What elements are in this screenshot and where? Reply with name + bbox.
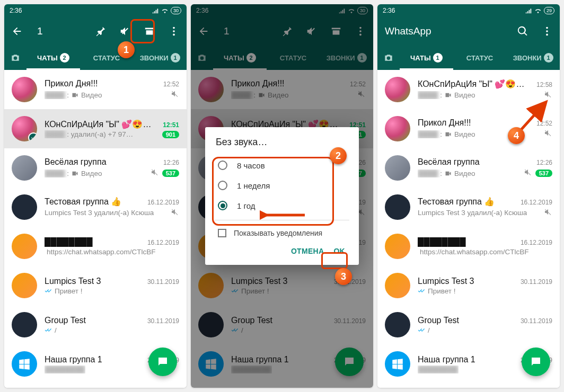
chat-time: 12:51 — [163, 121, 179, 129]
tab-calls[interactable]: ЗВОНКИ1 — [506, 46, 560, 70]
avatar[interactable] — [12, 155, 37, 181]
chat-row[interactable]: Group Test30.11.2019 / — [377, 305, 560, 344]
chat-title: Lumpics Test 3 — [45, 277, 101, 286]
signal-icon — [525, 7, 532, 14]
show-notifications-checkbox[interactable]: Показывать уведомления — [216, 225, 348, 240]
tab-status[interactable]: СТАТУС — [453, 46, 507, 70]
statusbar: 2:36 30 — [4, 4, 187, 17]
chat-meta: 537 — [151, 168, 179, 179]
svg-point-7 — [546, 27, 548, 29]
chat-meta — [171, 90, 179, 100]
new-chat-fab[interactable] — [522, 348, 550, 376]
avatar[interactable] — [12, 116, 37, 141]
tab-calls[interactable]: ЗВОНКИ1 — [133, 46, 187, 70]
chat-snippet: / — [418, 326, 430, 334]
chat-row[interactable]: Lumpics Test 330.11.2019 Привет ! — [4, 266, 187, 305]
tab-chats[interactable]: ЧАТЫ1 — [400, 46, 453, 70]
tab-chats[interactable]: ЧАТЫ2 — [27, 46, 80, 70]
chat-row[interactable]: Тестовая группа 👍16.12.2019Lumpics Test … — [377, 188, 560, 227]
avatar[interactable] — [385, 234, 410, 259]
tabs: ЧАТЫ1 СТАТУС ЗВОНКИ1 — [377, 46, 560, 70]
chat-meta: 537 — [524, 168, 552, 179]
chat-time: 30.11.2019 — [147, 278, 179, 286]
chat-snippet: ████: Видео — [45, 170, 102, 177]
chat-title: Lumpics Test 3 — [418, 277, 474, 286]
svg-point-2 — [173, 34, 175, 36]
chat-snippet: Привет ! — [45, 287, 83, 295]
phone-screen-1: 2:36 30 1 ЧАТЫ2 СТАТУС ЗВОНКИ1 Прикол Дн… — [4, 4, 187, 388]
avatar[interactable] — [12, 351, 37, 377]
signal-icon — [152, 7, 159, 14]
new-chat-fab[interactable] — [148, 348, 177, 376]
chat-time: 12:58 — [536, 81, 552, 88]
chat-snippet: ████: Видео — [418, 170, 475, 177]
chat-row[interactable]: Весёлая группа12:26████: Видео537 — [4, 148, 187, 188]
chat-time: 16.12.2019 — [147, 199, 179, 206]
chat-row[interactable]: Весёлая группа12:26████: Видео537 — [377, 148, 560, 188]
phone-screen-3: 2:36 29 WhatsApp ЧАТЫ1 СТАТУС ЗВОНКИ1 КО… — [377, 4, 560, 388]
chat-title: Group Test — [418, 316, 459, 325]
back-button[interactable] — [8, 23, 25, 40]
avatar[interactable] — [385, 273, 410, 298]
callout-1: 1 — [118, 41, 135, 58]
cancel-button[interactable]: ОТМЕНА — [291, 247, 324, 255]
callout-3: 3 — [335, 268, 352, 285]
chat-title: Прикол Дня!!! — [45, 79, 98, 88]
chat-row[interactable]: Тестовая группа 👍16.12.2019Lumpics Test … — [4, 188, 187, 227]
svg-point-9 — [546, 34, 548, 36]
tab-camera[interactable] — [4, 46, 27, 70]
avatar[interactable] — [385, 312, 410, 337]
statusbar-time: 2:36 — [383, 7, 395, 14]
unread-badge: 537 — [535, 170, 552, 177]
avatar[interactable] — [12, 273, 37, 298]
dialog-title: Без звука… — [216, 137, 348, 148]
selection-header: 1 — [4, 17, 187, 46]
chat-time: 30.11.2019 — [521, 317, 552, 325]
chat-row[interactable]: Lumpics Test 330.11.2019 Привет ! — [377, 266, 560, 305]
tab-camera[interactable] — [377, 46, 400, 70]
avatar[interactable] — [385, 351, 410, 377]
annotation-arrow-year — [260, 210, 307, 220]
chat-row[interactable]: Group Test30.11.2019 / — [4, 305, 187, 344]
chat-snippet: / — [45, 326, 57, 334]
chat-snippet: https://chat.whatsapp.com/CTlcBFu… — [418, 248, 529, 256]
chat-snippet: Lumpics Test 3 удалил(-а) Ксюша — [45, 209, 154, 217]
avatar[interactable] — [12, 194, 37, 220]
svg-point-8 — [546, 30, 548, 32]
chat-row[interactable]: ████████16.12.2019 https://chat.whatsapp… — [377, 227, 560, 266]
chat-time: 30.11.2019 — [521, 278, 552, 286]
chats-badge: 2 — [60, 53, 69, 63]
avatar[interactable] — [12, 312, 37, 337]
chat-snippet: ████: удалил(-а) +7 97… — [45, 130, 133, 138]
callout-4: 4 — [508, 127, 525, 144]
avatar[interactable] — [385, 194, 410, 220]
chat-title: Наша группа 1 — [45, 355, 102, 364]
chat-title: Весёлая группа — [45, 157, 107, 167]
avatar[interactable] — [385, 155, 410, 181]
battery-percent: 29 — [544, 7, 554, 14]
annotation-mute-outline — [130, 19, 155, 43]
overflow-button[interactable] — [165, 23, 182, 40]
statusbar-time: 2:36 — [10, 7, 22, 14]
chat-snippet: ████: Видео — [418, 91, 475, 99]
overflow-button[interactable] — [539, 23, 556, 40]
avatar[interactable] — [385, 116, 410, 141]
chat-row[interactable]: ████████16.12.2019 https://chat.whatsapp… — [4, 227, 187, 266]
chat-row[interactable]: КОнСпИрАцИя "Ы" 💕😍😊👍12:51████: удалил(-а… — [4, 109, 187, 148]
search-button[interactable] — [514, 23, 531, 40]
chat-time: 12:26 — [163, 159, 179, 166]
selection-count: 1 — [33, 25, 85, 37]
pin-button[interactable] — [92, 23, 109, 40]
chat-time: 16.12.2019 — [521, 239, 552, 246]
chat-row[interactable]: Прикол Дня!!!12:52████: Видео — [4, 70, 187, 109]
avatar[interactable] — [12, 234, 37, 259]
chat-title: КОнСпИрАцИя "Ы" 💕😍😊👍 — [45, 119, 156, 129]
chat-time: 16.12.2019 — [521, 199, 552, 206]
avatar[interactable] — [12, 77, 37, 102]
avatar[interactable] — [385, 77, 410, 102]
chat-title: Тестовая группа 👍 — [418, 197, 495, 207]
chat-meta: 901 — [162, 131, 179, 138]
chat-list[interactable]: Прикол Дня!!!12:52████: ВидеоКОнСпИрАцИя… — [4, 70, 187, 388]
chat-title: Прикол Дня!!! — [418, 118, 471, 128]
svg-line-10 — [521, 104, 544, 130]
